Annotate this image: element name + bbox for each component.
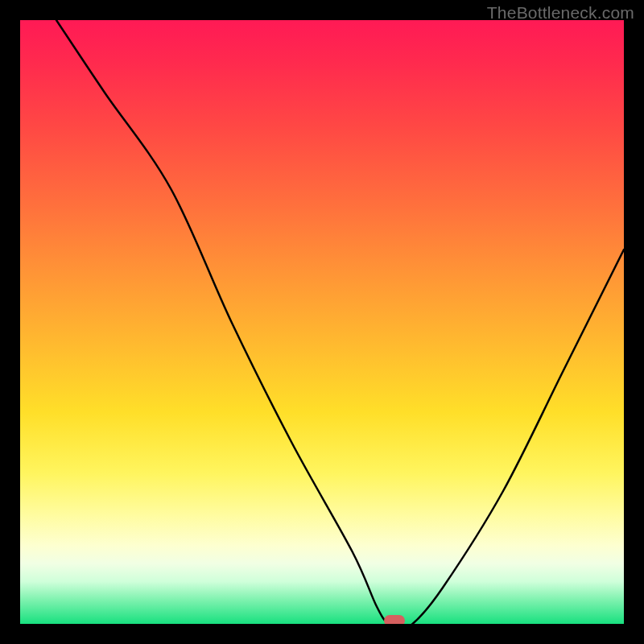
watermark-text: TheBottleneck.com [487,3,634,23]
chart-frame: TheBottleneck.com [0,0,644,644]
bottleneck-curve [20,20,624,624]
optimum-marker [384,615,405,624]
plot-area [20,20,624,624]
